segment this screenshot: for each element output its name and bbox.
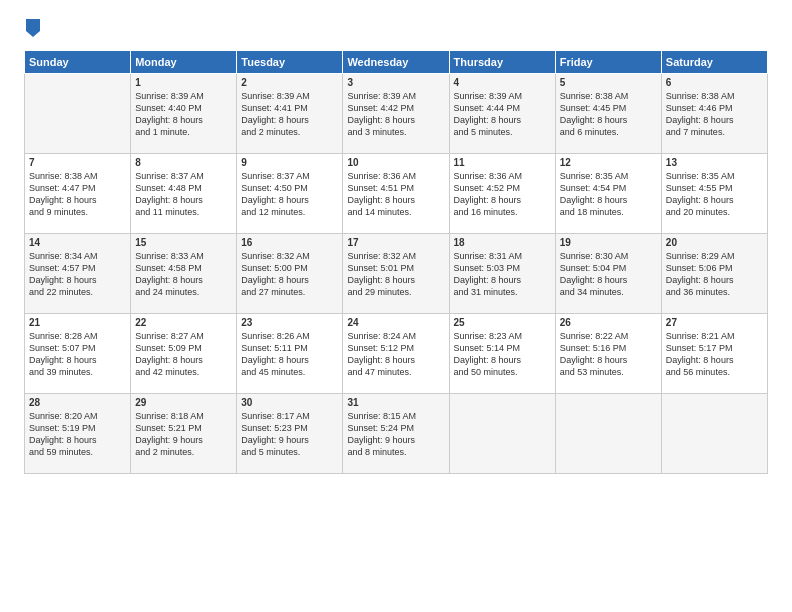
calendar-cell	[555, 393, 661, 473]
day-number: 23	[241, 317, 338, 328]
day-number: 16	[241, 237, 338, 248]
day-number: 2	[241, 77, 338, 88]
calendar-cell: 31Sunrise: 8:15 AM Sunset: 5:24 PM Dayli…	[343, 393, 449, 473]
calendar-cell: 17Sunrise: 8:32 AM Sunset: 5:01 PM Dayli…	[343, 233, 449, 313]
day-info: Sunrise: 8:35 AM Sunset: 4:55 PM Dayligh…	[666, 170, 763, 219]
col-header-tuesday: Tuesday	[237, 50, 343, 73]
calendar-cell: 3Sunrise: 8:39 AM Sunset: 4:42 PM Daylig…	[343, 73, 449, 153]
calendar-cell: 14Sunrise: 8:34 AM Sunset: 4:57 PM Dayli…	[25, 233, 131, 313]
calendar-cell: 8Sunrise: 8:37 AM Sunset: 4:48 PM Daylig…	[131, 153, 237, 233]
col-header-saturday: Saturday	[661, 50, 767, 73]
day-number: 19	[560, 237, 657, 248]
day-info: Sunrise: 8:28 AM Sunset: 5:07 PM Dayligh…	[29, 330, 126, 379]
day-number: 28	[29, 397, 126, 408]
calendar-cell: 27Sunrise: 8:21 AM Sunset: 5:17 PM Dayli…	[661, 313, 767, 393]
svg-marker-0	[26, 19, 40, 37]
day-info: Sunrise: 8:36 AM Sunset: 4:52 PM Dayligh…	[454, 170, 551, 219]
day-info: Sunrise: 8:35 AM Sunset: 4:54 PM Dayligh…	[560, 170, 657, 219]
day-number: 17	[347, 237, 444, 248]
week-row-0: 1Sunrise: 8:39 AM Sunset: 4:40 PM Daylig…	[25, 73, 768, 153]
day-number: 3	[347, 77, 444, 88]
day-info: Sunrise: 8:39 AM Sunset: 4:40 PM Dayligh…	[135, 90, 232, 139]
calendar-cell: 12Sunrise: 8:35 AM Sunset: 4:54 PM Dayli…	[555, 153, 661, 233]
calendar-cell	[661, 393, 767, 473]
day-info: Sunrise: 8:15 AM Sunset: 5:24 PM Dayligh…	[347, 410, 444, 459]
calendar-cell: 16Sunrise: 8:32 AM Sunset: 5:00 PM Dayli…	[237, 233, 343, 313]
calendar-cell: 21Sunrise: 8:28 AM Sunset: 5:07 PM Dayli…	[25, 313, 131, 393]
day-info: Sunrise: 8:37 AM Sunset: 4:48 PM Dayligh…	[135, 170, 232, 219]
day-info: Sunrise: 8:38 AM Sunset: 4:45 PM Dayligh…	[560, 90, 657, 139]
day-number: 20	[666, 237, 763, 248]
day-info: Sunrise: 8:27 AM Sunset: 5:09 PM Dayligh…	[135, 330, 232, 379]
day-number: 10	[347, 157, 444, 168]
calendar-cell	[25, 73, 131, 153]
day-number: 31	[347, 397, 444, 408]
col-header-sunday: Sunday	[25, 50, 131, 73]
calendar-cell: 28Sunrise: 8:20 AM Sunset: 5:19 PM Dayli…	[25, 393, 131, 473]
calendar-cell: 9Sunrise: 8:37 AM Sunset: 4:50 PM Daylig…	[237, 153, 343, 233]
day-number: 25	[454, 317, 551, 328]
logo	[24, 20, 40, 40]
day-number: 18	[454, 237, 551, 248]
calendar-cell: 26Sunrise: 8:22 AM Sunset: 5:16 PM Dayli…	[555, 313, 661, 393]
day-number: 15	[135, 237, 232, 248]
day-info: Sunrise: 8:29 AM Sunset: 5:06 PM Dayligh…	[666, 250, 763, 299]
day-number: 22	[135, 317, 232, 328]
calendar-cell: 20Sunrise: 8:29 AM Sunset: 5:06 PM Dayli…	[661, 233, 767, 313]
page: SundayMondayTuesdayWednesdayThursdayFrid…	[0, 0, 792, 612]
day-number: 13	[666, 157, 763, 168]
header-row: SundayMondayTuesdayWednesdayThursdayFrid…	[25, 50, 768, 73]
calendar-cell: 29Sunrise: 8:18 AM Sunset: 5:21 PM Dayli…	[131, 393, 237, 473]
col-header-friday: Friday	[555, 50, 661, 73]
col-header-monday: Monday	[131, 50, 237, 73]
week-row-2: 14Sunrise: 8:34 AM Sunset: 4:57 PM Dayli…	[25, 233, 768, 313]
day-number: 9	[241, 157, 338, 168]
day-number: 6	[666, 77, 763, 88]
day-number: 26	[560, 317, 657, 328]
day-number: 21	[29, 317, 126, 328]
calendar-cell: 10Sunrise: 8:36 AM Sunset: 4:51 PM Dayli…	[343, 153, 449, 233]
day-number: 30	[241, 397, 338, 408]
calendar-cell: 4Sunrise: 8:39 AM Sunset: 4:44 PM Daylig…	[449, 73, 555, 153]
calendar-cell: 7Sunrise: 8:38 AM Sunset: 4:47 PM Daylig…	[25, 153, 131, 233]
day-number: 8	[135, 157, 232, 168]
day-number: 29	[135, 397, 232, 408]
col-header-thursday: Thursday	[449, 50, 555, 73]
calendar-cell: 1Sunrise: 8:39 AM Sunset: 4:40 PM Daylig…	[131, 73, 237, 153]
calendar-cell	[449, 393, 555, 473]
day-info: Sunrise: 8:38 AM Sunset: 4:47 PM Dayligh…	[29, 170, 126, 219]
day-info: Sunrise: 8:24 AM Sunset: 5:12 PM Dayligh…	[347, 330, 444, 379]
calendar-cell: 23Sunrise: 8:26 AM Sunset: 5:11 PM Dayli…	[237, 313, 343, 393]
calendar-cell: 18Sunrise: 8:31 AM Sunset: 5:03 PM Dayli…	[449, 233, 555, 313]
calendar-cell: 22Sunrise: 8:27 AM Sunset: 5:09 PM Dayli…	[131, 313, 237, 393]
day-number: 24	[347, 317, 444, 328]
day-info: Sunrise: 8:36 AM Sunset: 4:51 PM Dayligh…	[347, 170, 444, 219]
day-info: Sunrise: 8:23 AM Sunset: 5:14 PM Dayligh…	[454, 330, 551, 379]
day-number: 5	[560, 77, 657, 88]
day-info: Sunrise: 8:37 AM Sunset: 4:50 PM Dayligh…	[241, 170, 338, 219]
day-number: 14	[29, 237, 126, 248]
day-info: Sunrise: 8:20 AM Sunset: 5:19 PM Dayligh…	[29, 410, 126, 459]
day-info: Sunrise: 8:33 AM Sunset: 4:58 PM Dayligh…	[135, 250, 232, 299]
week-row-1: 7Sunrise: 8:38 AM Sunset: 4:47 PM Daylig…	[25, 153, 768, 233]
week-row-4: 28Sunrise: 8:20 AM Sunset: 5:19 PM Dayli…	[25, 393, 768, 473]
day-info: Sunrise: 8:39 AM Sunset: 4:42 PM Dayligh…	[347, 90, 444, 139]
day-number: 1	[135, 77, 232, 88]
logo-icon	[26, 19, 40, 37]
calendar-cell: 25Sunrise: 8:23 AM Sunset: 5:14 PM Dayli…	[449, 313, 555, 393]
calendar-cell: 11Sunrise: 8:36 AM Sunset: 4:52 PM Dayli…	[449, 153, 555, 233]
day-info: Sunrise: 8:39 AM Sunset: 4:41 PM Dayligh…	[241, 90, 338, 139]
week-row-3: 21Sunrise: 8:28 AM Sunset: 5:07 PM Dayli…	[25, 313, 768, 393]
calendar-cell: 19Sunrise: 8:30 AM Sunset: 5:04 PM Dayli…	[555, 233, 661, 313]
day-number: 27	[666, 317, 763, 328]
calendar-table: SundayMondayTuesdayWednesdayThursdayFrid…	[24, 50, 768, 474]
day-number: 4	[454, 77, 551, 88]
day-info: Sunrise: 8:30 AM Sunset: 5:04 PM Dayligh…	[560, 250, 657, 299]
day-number: 11	[454, 157, 551, 168]
day-info: Sunrise: 8:32 AM Sunset: 5:01 PM Dayligh…	[347, 250, 444, 299]
day-number: 7	[29, 157, 126, 168]
day-info: Sunrise: 8:39 AM Sunset: 4:44 PM Dayligh…	[454, 90, 551, 139]
day-info: Sunrise: 8:38 AM Sunset: 4:46 PM Dayligh…	[666, 90, 763, 139]
col-header-wednesday: Wednesday	[343, 50, 449, 73]
calendar-cell: 15Sunrise: 8:33 AM Sunset: 4:58 PM Dayli…	[131, 233, 237, 313]
